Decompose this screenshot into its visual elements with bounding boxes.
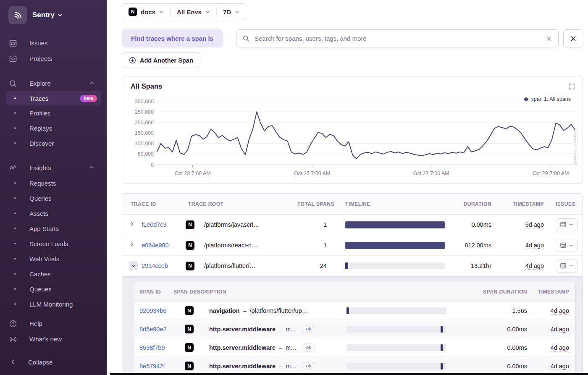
issues-button[interactable] <box>556 260 578 273</box>
all-spans-chart-card: 050,000100,000150,000200,000250,000300,0… <box>122 76 583 184</box>
whats-new-icon <box>8 335 18 344</box>
chevron-down-icon <box>129 261 138 270</box>
sidebar-item-queries[interactable]: Queries <box>0 191 107 206</box>
span-timeline-cell <box>346 344 446 351</box>
sidebar-item-queues[interactable]: Queues <box>0 281 107 296</box>
span-duration-value: 0.00ms <box>446 363 527 370</box>
sidebar-item-help[interactable]: Help <box>0 316 107 331</box>
span-timeline-tick <box>441 344 443 351</box>
timestamp-link[interactable]: 4d ago <box>525 242 544 249</box>
sidebar-section-label: Explore <box>29 80 51 87</box>
project-selector[interactable]: N docs <box>122 4 170 20</box>
close-span-filter-button[interactable] <box>563 29 583 47</box>
span-row[interactable]: 8e57942fNhttp.server.middleware–m…ok0.00… <box>134 357 575 375</box>
sidebar-section-explore[interactable]: Explore <box>0 76 107 91</box>
bullet-icon <box>14 197 16 199</box>
expand-trace-icon[interactable] <box>122 221 142 228</box>
trace-row[interactable]: e064e980N/platforms/react-n…1812.00ms4d … <box>122 235 583 256</box>
span-id-link[interactable]: 8d6e90e2 <box>139 326 185 333</box>
chevron-down-icon <box>235 10 239 14</box>
date-range-selector[interactable]: 7D <box>217 4 246 20</box>
span-timestamp-link[interactable]: 4d ago <box>551 344 569 351</box>
span-row[interactable]: 920934b6Nnavigation–/platforms/flutter/u… <box>134 302 575 320</box>
nextjs-icon: N <box>185 325 194 333</box>
sidebar-item-projects[interactable]: Projects <box>0 51 107 66</box>
sidebar-item-what-s-new[interactable]: What's new <box>0 331 107 347</box>
sidebar-item-label: App Starts <box>29 225 59 232</box>
span-timestamp-link[interactable]: 4d ago <box>551 307 569 315</box>
span-id-link[interactable]: 920934b6 <box>139 307 185 314</box>
sidebar-item-label: Requests <box>29 180 56 187</box>
span-description-tail: m… <box>286 363 297 370</box>
trace-root: /platforms/javascri… <box>202 221 297 228</box>
nextjs-icon: N <box>185 306 194 315</box>
sidebar-item-traces[interactable]: Tracesbeta <box>6 91 101 105</box>
plus-circle-icon <box>129 57 136 64</box>
sidebar-section-insights[interactable]: Insights <box>0 160 107 176</box>
span-row[interactable]: 8538f7b9Nhttp.server.middleware–m…ok0.00… <box>134 338 575 357</box>
sidebar-section-label: Insights <box>29 164 51 171</box>
org-switcher[interactable]: Sentry <box>8 6 100 24</box>
traces-table-card: TRACE ID TRACE ROOT TOTAL SPANS TIMELINE… <box>122 193 583 375</box>
sidebar-item-label: Help <box>29 320 42 327</box>
sidebar-item-label: What's new <box>29 336 62 343</box>
separator: – <box>279 363 282 370</box>
help-icon <box>8 320 18 328</box>
timestamp-link[interactable]: 5d ago <box>525 221 544 228</box>
sidebar-item-caches[interactable]: Caches <box>0 266 107 281</box>
sidebar-item-label: Queries <box>29 195 52 202</box>
fullscreen-icon[interactable] <box>567 82 576 92</box>
svg-text:150,000: 150,000 <box>135 130 154 136</box>
add-another-span-button[interactable]: Add Another Span <box>122 52 200 68</box>
environment-selector[interactable]: All Envs <box>171 4 216 20</box>
minus-icon <box>569 243 573 247</box>
sidebar-item-replays[interactable]: Replays <box>0 121 107 136</box>
search-input[interactable] <box>254 34 546 42</box>
expand-trace-icon[interactable] <box>122 241 142 249</box>
sidebar-item-app-starts[interactable]: App Starts <box>0 221 107 236</box>
date-range-value: 7D <box>223 8 231 16</box>
trace-id-link[interactable]: f1e0d7c3 <box>142 221 186 228</box>
collapse-trace-icon[interactable] <box>122 261 142 270</box>
timeline-cell <box>345 221 445 228</box>
trace-row[interactable]: f1e0d7c3N/platforms/javascri…10.00ms5d a… <box>122 215 583 235</box>
legend-label: span 1: All spans <box>531 96 571 102</box>
sidebar-item-label: Replays <box>29 125 52 132</box>
span-timeline-track <box>346 307 446 314</box>
sidebar-item-discover[interactable]: Discover <box>0 136 107 151</box>
sidebar-item-label: Traces <box>29 95 48 102</box>
sidebar-item-requests[interactable]: Requests <box>0 176 107 191</box>
span-row[interactable]: 8d6e90e2Nhttp.server.middleware–m…ok0.00… <box>134 320 575 338</box>
issues-button[interactable] <box>556 239 578 252</box>
span-id-link[interactable]: 8538f7b9 <box>139 344 185 351</box>
bullet-icon <box>14 127 16 129</box>
duration-value: 812.00ms <box>445 242 491 249</box>
nextjs-icon: N <box>186 241 194 250</box>
span-id-link[interactable]: 8e57942f <box>139 363 185 370</box>
nextjs-icon: N <box>129 8 137 16</box>
sidebar-item-screen-loads[interactable]: Screen Loads <box>0 236 107 251</box>
timestamp-link[interactable]: 4d ago <box>525 262 544 270</box>
span-description-tail: m… <box>286 344 297 351</box>
sidebar-item-web-vitals[interactable]: Web Vitals <box>0 251 107 266</box>
clear-search-icon[interactable] <box>546 35 552 42</box>
trace-id-link[interactable]: e064e980 <box>142 242 186 249</box>
search-icon <box>8 79 18 88</box>
span-timeline-cell <box>346 307 446 314</box>
sidebar-item-assets[interactable]: Assets <box>0 206 107 221</box>
sidebar-item-label: Profiles <box>29 110 50 117</box>
timeline-track <box>345 262 445 269</box>
issues-button[interactable] <box>556 218 578 231</box>
trace-id-link[interactable]: 2914cceb <box>142 262 186 269</box>
sidebar-item-llm-monitoring[interactable]: LLM Monitoring <box>0 296 107 312</box>
sidebar-item-profiles[interactable]: Profiles <box>0 105 107 121</box>
sidebar-collapse-button[interactable]: Collapse <box>0 354 107 370</box>
trace-row[interactable]: 2914ccebN/platforms/flutter/…2413.21hr4d… <box>122 256 583 276</box>
sidebar-item-issues[interactable]: Issues <box>0 35 107 51</box>
span-description: http.server.middleware–m…ok <box>202 362 346 370</box>
span-timestamp-link[interactable]: 4d ago <box>551 326 569 333</box>
span-timestamp-link[interactable]: 4d ago <box>551 363 569 370</box>
chart-legend[interactable]: span 1: All spans <box>524 96 571 102</box>
total-spans-value: 1 <box>297 221 327 228</box>
span-timeline-cell <box>346 363 446 370</box>
